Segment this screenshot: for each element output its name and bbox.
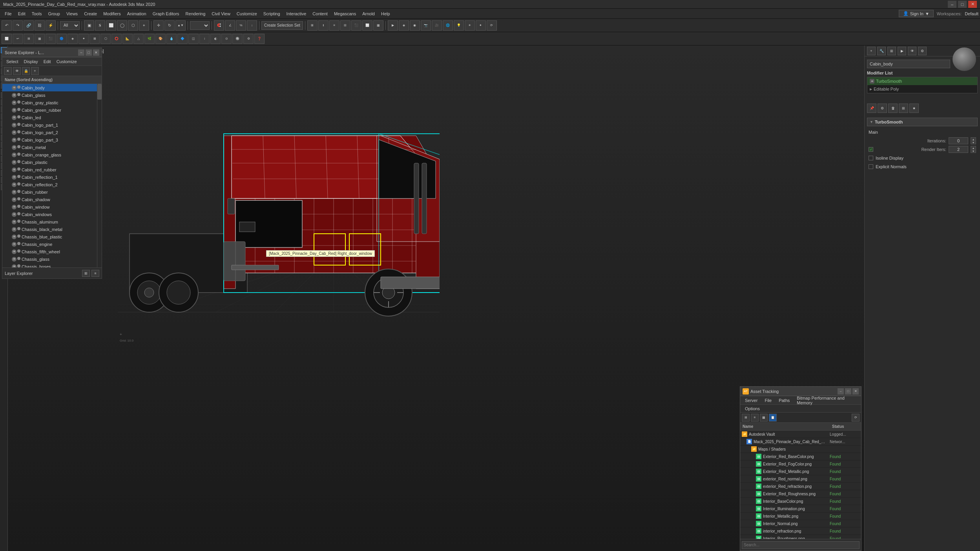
at-list-item[interactable]: 📁 Maps / Shaders: [740, 446, 861, 453]
menu-modifiers[interactable]: Modifiers: [100, 10, 124, 17]
se-tb-add[interactable]: +: [31, 67, 39, 75]
menu-rendering[interactable]: Rendering: [182, 10, 209, 17]
bind-button[interactable]: ⚡: [46, 20, 56, 31]
at-list-item[interactable]: 📁 Autodesk Vault Logged...: [740, 431, 861, 438]
toolbar2-btn8[interactable]: ✦: [78, 34, 89, 44]
at-minimize-button[interactable]: –: [838, 388, 844, 395]
se-eye-icon[interactable]: 👁: [12, 235, 16, 239]
iterations-up[interactable]: ▲: [971, 138, 976, 141]
se-eye-icon[interactable]: 👁: [12, 182, 16, 187]
menu-interactive[interactable]: Interactive: [283, 10, 310, 17]
rp-btn-utilities[interactable]: ⚙: [918, 47, 927, 55]
at-list-item[interactable]: 🖼 Exterior_Red_BaseColor.png Found: [740, 453, 861, 460]
at-list-item[interactable]: 🖼 Exterior_Red_Metallic.png Found: [740, 468, 861, 475]
toolbar2-btn17[interactable]: 🔷: [177, 34, 188, 44]
se-tb-lock[interactable]: 🔒: [22, 67, 30, 75]
se-list-item[interactable]: 👁 Cabin_logo_part_2: [2, 129, 102, 136]
sign-in-button[interactable]: 👤 Sign In ▼: [899, 10, 934, 17]
toolbar2-btn3[interactable]: ⊞: [24, 34, 34, 44]
unlink-button[interactable]: ⛓: [35, 20, 45, 31]
selection-filter-dropdown[interactable]: All: [60, 21, 80, 30]
se-menu-select[interactable]: Select: [4, 58, 21, 65]
se-eye-icon[interactable]: 👁: [12, 242, 16, 247]
render-iters-spinner[interactable]: ▲ ▼: [971, 146, 976, 153]
se-minimize-button[interactable]: –: [78, 49, 84, 56]
rp-mod-pin[interactable]: 📌: [867, 104, 876, 113]
se-list-item[interactable]: 👁 Chassis_engine: [2, 240, 102, 248]
viewport[interactable]: [ + ] [Perspective] [User Defined] [Edge…: [8, 45, 864, 551]
toolbar2-btn16[interactable]: 💧: [166, 34, 177, 44]
at-tb-refresh[interactable]: ⟳: [852, 414, 860, 422]
at-menu-paths[interactable]: Paths: [776, 397, 793, 404]
se-eye-icon[interactable]: 👁: [12, 115, 16, 120]
at-list-item[interactable]: 🖼 Interior_Normal.png Found: [740, 520, 861, 527]
se-eye-icon[interactable]: 👁: [12, 145, 16, 150]
se-eye-icon[interactable]: 👁: [12, 138, 16, 142]
render9-button[interactable]: ✦: [476, 20, 486, 31]
se-eye-icon[interactable]: 👁: [12, 108, 16, 113]
se-eye-icon[interactable]: 👁: [12, 167, 16, 172]
at-menu-server[interactable]: Server: [742, 397, 761, 404]
undo-button[interactable]: ↶: [2, 20, 12, 31]
rp-mod-config[interactable]: ⚙: [878, 104, 887, 113]
close-button[interactable]: ✕: [968, 1, 977, 8]
se-list-item[interactable]: 👁 Cabin_logo_part_3: [2, 136, 102, 144]
toolbar2-btn6[interactable]: 🔵: [57, 34, 67, 44]
snap-percent-button[interactable]: %: [236, 20, 246, 31]
menu-customize[interactable]: Customize: [234, 10, 260, 17]
render6-button[interactable]: 🌐: [443, 20, 453, 31]
toolbar2-btn1[interactable]: ⬜: [2, 34, 12, 44]
menu-help[interactable]: Help: [378, 10, 393, 17]
se-eye-icon[interactable]: 👁: [12, 85, 16, 90]
move-button[interactable]: ✛: [153, 20, 164, 31]
se-list-item[interactable]: 👁 Cabin_body: [2, 84, 102, 91]
se-list-item[interactable]: 👁 Cabin_windows: [2, 211, 102, 218]
rp-btn-display[interactable]: 👁: [908, 47, 916, 55]
select-object-button[interactable]: ▣: [84, 20, 94, 31]
toolbar2-btn18[interactable]: ◫: [188, 34, 199, 44]
se-list-item[interactable]: 👁 Cabin_plastic: [2, 158, 102, 166]
toolbar2-btn14[interactable]: 🌿: [144, 34, 155, 44]
render3-button[interactable]: ◉: [410, 20, 420, 31]
create-selection-button[interactable]: Create Selection Set: [261, 21, 303, 30]
menu-content[interactable]: Content: [309, 10, 331, 17]
view-dropdown[interactable]: View: [190, 21, 210, 30]
rp-btn-create[interactable]: +: [867, 47, 876, 55]
render-button[interactable]: ▶: [388, 20, 398, 31]
navigation-sphere[interactable]: [953, 47, 976, 71]
align3-button[interactable]: ⊟: [340, 20, 350, 31]
at-options-item[interactable]: Options: [742, 406, 763, 412]
toolbar2-btn15[interactable]: 🎨: [155, 34, 166, 44]
rp-btn-modify[interactable]: 🔧: [877, 47, 886, 55]
se-eye-icon[interactable]: 👁: [12, 205, 16, 209]
se-eye-icon[interactable]: 👁: [12, 227, 16, 232]
render2-button[interactable]: ◈: [399, 20, 409, 31]
rp-mod-eye-turbosmooth[interactable]: 👁: [870, 79, 874, 84]
minimize-button[interactable]: –: [948, 1, 956, 8]
se-list-item[interactable]: 👁 Chassis_black_metal: [2, 225, 102, 233]
rp-mod-turbosmooth[interactable]: 👁 TurboSmooth: [867, 77, 977, 85]
explicit-normals-checkbox[interactable]: [869, 164, 873, 169]
se-tb-view[interactable]: 👁: [13, 67, 21, 75]
rp-mod-highlight[interactable]: ★: [909, 104, 919, 113]
menu-file[interactable]: File: [2, 10, 15, 17]
at-tb-btn1[interactable]: ⊞: [742, 414, 750, 422]
toolbar2-btn13[interactable]: △: [133, 34, 144, 44]
menu-group[interactable]: Group: [45, 10, 63, 17]
se-eye-icon[interactable]: 👁: [12, 123, 16, 127]
rp-btn-motion[interactable]: ▶: [898, 47, 906, 55]
se-eye-icon[interactable]: 👁: [12, 153, 16, 157]
toolbar2-btn10[interactable]: ⬡: [100, 34, 111, 44]
toolbar2-btn11[interactable]: ⭕: [111, 34, 122, 44]
se-maximize-button[interactable]: □: [86, 49, 92, 56]
at-menu-bitmap[interactable]: Bitmap Performance and Memory: [794, 395, 860, 406]
iterations-spinner[interactable]: ▲ ▼: [971, 137, 976, 144]
se-list-item[interactable]: 👁 Cabin_window: [2, 203, 102, 211]
se-eye-icon[interactable]: 👁: [12, 257, 16, 262]
align2-button[interactable]: ≡: [329, 20, 339, 31]
toolbar2-btn7[interactable]: ◈: [68, 34, 78, 44]
snap-button[interactable]: 🧲: [214, 20, 224, 31]
toolbar2-btn19[interactable]: ↕: [199, 34, 210, 44]
se-list-item[interactable]: 👁 Chassis_hoses: [2, 263, 102, 267]
menu-arnold[interactable]: Arnold: [359, 10, 378, 17]
